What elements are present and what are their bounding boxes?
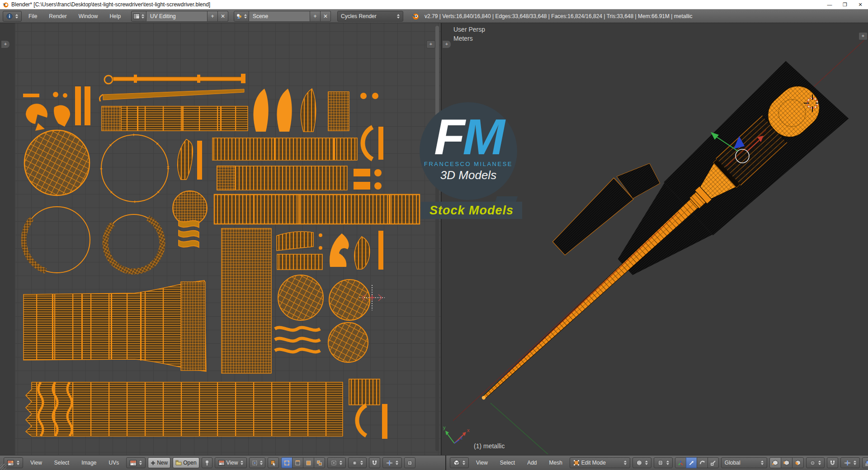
uv-snap-toggle[interactable]	[369, 457, 380, 468]
transform-orientation-dropdown[interactable]: Global	[721, 457, 767, 468]
uv-islands	[23, 74, 420, 439]
watermark-initials: FM	[434, 117, 503, 157]
scene-add-button[interactable]: +	[310, 11, 321, 22]
3d-menu-view[interactable]: View	[471, 460, 493, 466]
screwdriver-mesh[interactable]	[442, 33, 849, 430]
mode-dropdown[interactable]: Edit Mode	[570, 457, 630, 468]
corner-resize-grip[interactable]	[0, 464, 6, 470]
uv-properties-open-button[interactable]: +	[426, 40, 435, 48]
render-engine-dropdown[interactable]: Cycles Render	[337, 11, 403, 22]
scene-field[interactable]: Scene	[249, 11, 310, 22]
scene-delete-button[interactable]: ✕	[321, 11, 331, 22]
manipulator-axes-toggle[interactable]	[675, 457, 686, 468]
editor-type-3dview-dropdown[interactable]	[450, 457, 469, 468]
uv-vertical-scrollbar[interactable]	[435, 26, 439, 451]
display-channels-dropdown[interactable]: View	[215, 457, 247, 468]
3d-view-editor-icon	[453, 460, 460, 466]
minimize-button[interactable]: —	[822, 0, 837, 9]
maximize-button[interactable]: ❐	[837, 0, 853, 9]
pivot-point-dropdown[interactable]	[654, 457, 673, 468]
uv-menu-view[interactable]: View	[25, 460, 47, 466]
face-select-icon	[306, 460, 311, 466]
3d-menu-add[interactable]: Add	[522, 460, 542, 466]
manipulator-translate[interactable]	[686, 457, 697, 468]
view3d-toolbar-open-button[interactable]: +	[442, 40, 451, 48]
limit-visible-icon	[810, 460, 816, 466]
screen-layout-value: UV Editing	[146, 13, 207, 19]
scene-statistics: v2.79 | Verts:16,840/16,840 | Edges:33,6…	[425, 13, 692, 19]
proportional-edit-dropdown[interactable]	[348, 457, 367, 468]
uv-editor-viewport[interactable]: + +	[0, 23, 441, 455]
uv-islands-graphic	[0, 23, 441, 455]
viewport-name-overlay: User Persp	[453, 26, 485, 33]
mesh-select-face[interactable]	[792, 457, 804, 468]
image-editor-icon	[7, 460, 14, 466]
pivot-globe-icon	[657, 460, 664, 466]
screen-layout-browse-button[interactable]	[131, 11, 146, 22]
edit-mode-icon	[573, 460, 580, 466]
screen-layout-add-button[interactable]: +	[208, 11, 218, 22]
image-new-button[interactable]: New	[148, 457, 170, 468]
axis-tripod-icon	[678, 460, 684, 466]
uv-pivot-dropdown[interactable]	[404, 457, 415, 468]
render-engine-value: Cycles Render	[341, 13, 377, 19]
screen-layout-delete-button[interactable]: ✕	[218, 11, 228, 22]
window-title: Blender* [C:\Users\franc\Desktop\test-li…	[11, 1, 210, 8]
island-select-icon	[316, 460, 322, 466]
menu-window[interactable]: Window	[74, 10, 103, 23]
snap-increment-icon	[844, 460, 851, 466]
mesh-select-edge[interactable]	[781, 457, 793, 468]
snap-increment-icon	[386, 460, 393, 466]
gizmo-z-label: z	[460, 435, 463, 440]
uv-fullscreen-button[interactable]	[249, 457, 265, 468]
close-button[interactable]: ✕	[853, 0, 868, 9]
watermark-banner: Stock Models	[421, 202, 522, 219]
occlude-geometry-dropdown[interactable]	[806, 457, 825, 468]
uv-snap-target-dropdown[interactable]	[382, 457, 402, 468]
3d-viewport[interactable]: y x z User Persp Meters (1) metallic + +	[441, 23, 868, 455]
menu-file[interactable]: File	[24, 10, 42, 23]
expand-icon	[252, 460, 258, 466]
snap-element-dropdown[interactable]	[840, 457, 860, 468]
scene-browse-button[interactable]	[234, 11, 249, 22]
uv-sync-selection-toggle[interactable]	[268, 457, 279, 468]
manipulator-rotate[interactable]	[697, 457, 708, 468]
image-datablock-browse[interactable]	[126, 457, 146, 468]
manipulator-scale[interactable]	[708, 457, 719, 468]
pivot-sphere-icon	[407, 460, 413, 466]
image-open-button[interactable]: Open	[173, 457, 199, 468]
editor-type-image-dropdown[interactable]	[4, 457, 23, 468]
menu-help[interactable]: Help	[104, 10, 126, 23]
info-icon	[6, 13, 13, 19]
3d-menu-mesh[interactable]: Mesh	[544, 460, 567, 466]
sticky-selection-dropdown[interactable]	[327, 457, 346, 468]
snap-toggle[interactable]	[827, 457, 838, 468]
os-title-bar: Blender* [C:\Users\franc\Desktop\test-li…	[0, 0, 868, 9]
3d-menu-select[interactable]: Select	[495, 460, 520, 466]
mesh-select-vertex[interactable]	[769, 457, 781, 468]
cursor-arrow-icon	[270, 460, 276, 466]
view3d-properties-open-button[interactable]: +	[859, 32, 868, 40]
uv-select-mode-edge[interactable]	[292, 457, 303, 468]
proportional-edit-icon	[352, 460, 358, 466]
uv-toolbar-open-button[interactable]: +	[1, 40, 10, 48]
blender-window: Blender* [C:\Users\franc\Desktop\test-li…	[0, 0, 868, 470]
uv-menu-select[interactable]: Select	[49, 460, 74, 466]
edge-select-icon	[295, 460, 301, 466]
uv-select-mode-vertex[interactable]	[281, 457, 292, 468]
manipulator-group	[675, 457, 719, 468]
viewport-shading-dropdown[interactable]	[632, 457, 651, 468]
menu-render[interactable]: Render	[44, 10, 71, 23]
pin-image-button[interactable]	[202, 457, 212, 468]
screen-layout-field[interactable]: UV Editing	[146, 11, 208, 22]
uv-menu-uvs[interactable]: UVs	[104, 460, 124, 466]
uv-select-mode-face[interactable]	[303, 457, 314, 468]
gizmo-y-label: y	[443, 425, 446, 430]
uv-menu-image[interactable]: Image	[76, 460, 101, 466]
opengl-render-button[interactable]	[862, 457, 868, 468]
editor-type-info-dropdown[interactable]	[3, 11, 22, 22]
plus-icon	[151, 461, 156, 465]
uv-select-mode-island[interactable]	[314, 457, 325, 468]
pin-icon	[204, 460, 210, 466]
cube-face-icon	[795, 460, 801, 466]
